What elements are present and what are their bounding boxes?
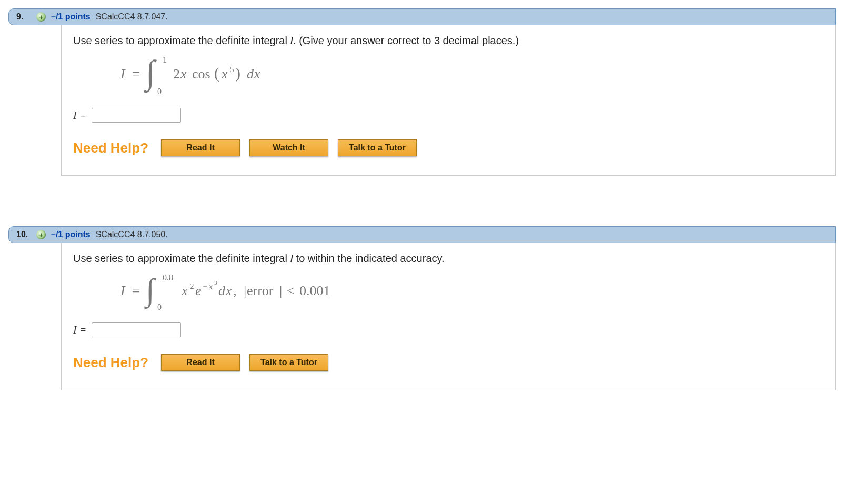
question-number: 10. bbox=[16, 230, 31, 239]
svg-text:x: x bbox=[225, 283, 232, 298]
svg-text:x: x bbox=[181, 283, 188, 298]
answer-input[interactable] bbox=[92, 322, 181, 337]
question-10: 10. + –/1 points SCalcCC4 8.7.050. Use s… bbox=[8, 226, 836, 390]
question-number: 9. bbox=[16, 12, 31, 22]
answer-label: I = bbox=[73, 324, 86, 336]
svg-text:x: x bbox=[208, 282, 213, 290]
svg-text:∫: ∫ bbox=[144, 54, 157, 93]
svg-text:=: = bbox=[132, 66, 140, 82]
svg-text:e: e bbox=[195, 283, 202, 298]
svg-text:d: d bbox=[247, 66, 254, 82]
answer-row: I = bbox=[73, 108, 823, 123]
question-prompt: Use series to approximate the definite i… bbox=[73, 35, 823, 47]
need-help-label: Need Help? bbox=[73, 355, 148, 371]
plus-icon[interactable]: + bbox=[36, 230, 46, 239]
read-it-button[interactable]: Read It bbox=[161, 139, 240, 156]
svg-text:2: 2 bbox=[190, 282, 194, 290]
svg-text:2: 2 bbox=[173, 66, 180, 82]
svg-text:d: d bbox=[218, 283, 226, 298]
read-it-button[interactable]: Read It bbox=[161, 354, 240, 371]
problem-reference: SCalcCC4 8.7.047. bbox=[96, 12, 168, 22]
svg-text:x: x bbox=[254, 66, 260, 82]
talk-to-tutor-button[interactable]: Talk to a Tutor bbox=[338, 139, 417, 156]
svg-text:−: − bbox=[203, 282, 207, 290]
svg-text:=: = bbox=[132, 283, 140, 298]
svg-text:x: x bbox=[221, 66, 228, 82]
help-row: Need Help? Read It Talk to a Tutor bbox=[73, 354, 823, 371]
svg-text:1: 1 bbox=[163, 55, 167, 64]
svg-text:5: 5 bbox=[230, 65, 234, 74]
question-header: 9. + –/1 points SCalcCC4 8.7.047. bbox=[8, 8, 836, 25]
help-row: Need Help? Read It Watch It Talk to a Tu… bbox=[73, 139, 823, 156]
svg-text:,: , bbox=[233, 283, 237, 298]
svg-text:0: 0 bbox=[157, 87, 162, 96]
svg-text:∫: ∫ bbox=[144, 273, 156, 309]
points: –/1 points bbox=[51, 12, 91, 22]
svg-text:|: | bbox=[244, 283, 246, 298]
svg-text:0.8: 0.8 bbox=[163, 273, 173, 282]
answer-input[interactable] bbox=[92, 108, 181, 123]
need-help-label: Need Help? bbox=[73, 140, 148, 156]
problem-reference: SCalcCC4 8.7.050. bbox=[96, 230, 168, 239]
svg-text:<: < bbox=[287, 283, 295, 298]
svg-text:I: I bbox=[120, 66, 126, 82]
question-header: 10. + –/1 points SCalcCC4 8.7.050. bbox=[8, 226, 836, 243]
svg-text:cos: cos bbox=[192, 66, 210, 82]
talk-to-tutor-button[interactable]: Talk to a Tutor bbox=[249, 354, 328, 371]
equation-image: I = ∫ 1 0 2 x cos ( x 5 ) d x bbox=[120, 51, 823, 98]
svg-text:0: 0 bbox=[157, 303, 162, 311]
watch-it-button[interactable]: Watch It bbox=[249, 139, 328, 156]
svg-text:I: I bbox=[120, 283, 126, 298]
svg-text:x: x bbox=[180, 66, 187, 82]
svg-text:(: ( bbox=[214, 64, 219, 82]
question-body: Use series to approximate the definite i… bbox=[61, 243, 836, 390]
equation-image: I = ∫ 0.8 0 x 2 e − x 3 d x , | error | bbox=[120, 269, 823, 313]
question-body: Use series to approximate the definite i… bbox=[61, 25, 836, 176]
svg-text:0.001: 0.001 bbox=[299, 283, 330, 298]
answer-row: I = bbox=[73, 322, 823, 337]
points: –/1 points bbox=[51, 230, 91, 239]
svg-text:3: 3 bbox=[214, 279, 217, 286]
plus-icon[interactable]: + bbox=[36, 12, 46, 22]
answer-label: I = bbox=[73, 109, 86, 122]
svg-text:error: error bbox=[247, 283, 274, 298]
svg-text:|: | bbox=[279, 283, 282, 298]
svg-text:): ) bbox=[235, 64, 240, 82]
question-prompt: Use series to approximate the definite i… bbox=[73, 253, 823, 265]
question-9: 9. + –/1 points SCalcCC4 8.7.047. Use se… bbox=[8, 8, 836, 176]
